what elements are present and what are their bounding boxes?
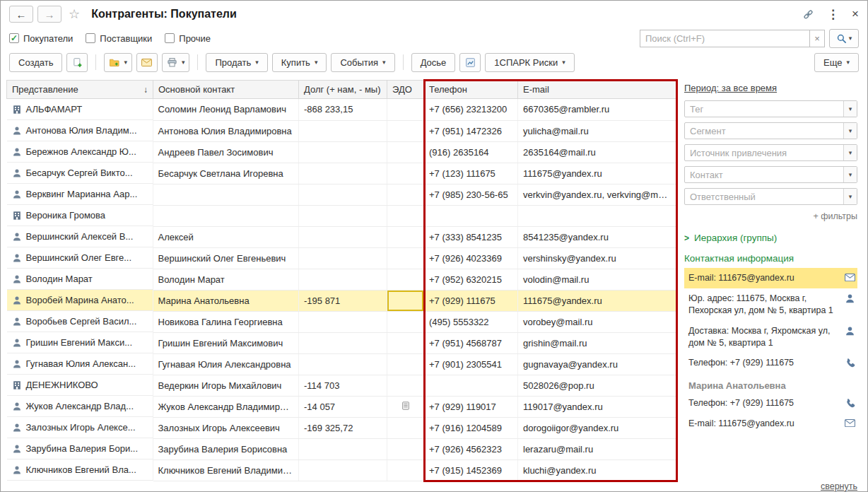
column-header-name[interactable]: Представление ↓ xyxy=(7,81,153,99)
report-button[interactable] xyxy=(459,53,481,72)
cell-phone[interactable]: +7 (929) 111675 xyxy=(424,290,518,311)
cell-phone[interactable]: +7 (951) 1472326 xyxy=(424,120,518,141)
cell-debt[interactable] xyxy=(299,120,387,141)
cell-name[interactable]: Воробьев Сергей Васил... xyxy=(7,311,153,332)
cell-email[interactable]: 119017@yandex.ru xyxy=(518,396,677,417)
cell-email[interactable]: 5028026@pop.ru xyxy=(518,375,677,396)
cell-name[interactable]: Ключников Евгений Вла... xyxy=(7,459,153,481)
cell-edo[interactable] xyxy=(387,290,424,311)
cell-phone[interactable] xyxy=(424,205,518,226)
cell-edo[interactable] xyxy=(387,332,424,353)
cell-name[interactable]: Бесарчук Сергей Викто... xyxy=(7,163,153,184)
cell-phone[interactable]: +7 (656) 23213200 xyxy=(424,99,518,121)
cell-debt[interactable] xyxy=(299,311,387,332)
search-button[interactable]: ▾ xyxy=(829,29,859,48)
cell-email[interactable]: dorogoiigor@yandex.ru xyxy=(518,417,677,438)
cell-debt[interactable] xyxy=(299,269,387,290)
table-row[interactable]: Воробьев Сергей Васил...Новикова Галина … xyxy=(7,311,677,332)
cell-name[interactable]: Вершинский Алексей В... xyxy=(7,226,153,247)
column-header-contact[interactable]: Основной контакт xyxy=(153,81,299,99)
cell-phone[interactable]: +7 (901) 2305541 xyxy=(424,353,518,375)
cell-phone[interactable]: +7 (952) 6320215 xyxy=(424,269,518,290)
cell-contact[interactable]: Марина Анатольевна xyxy=(153,290,299,311)
contact-info-item[interactable]: E-mail: 111675@yandex.ru xyxy=(684,268,857,288)
column-header-edo[interactable]: ЭДО xyxy=(387,81,424,99)
collapse-link[interactable]: свернуть xyxy=(821,481,857,491)
cell-contact[interactable]: Соломин Леонид Варламович xyxy=(153,99,299,121)
cell-contact[interactable]: Алексей xyxy=(153,226,299,247)
cell-edo[interactable] xyxy=(387,438,424,459)
dropdown-arrow-icon[interactable]: ▾ xyxy=(843,145,857,160)
more-filters-link[interactable]: + фильтры xyxy=(684,211,857,221)
table-row[interactable]: Зарубина Валерия Бори...Зарубина Валерия… xyxy=(7,438,677,459)
table-row[interactable]: ДЕНЕЖНИКОВОВедеркин Игорь Михайлович-114… xyxy=(7,375,677,396)
cell-email[interactable]: 2635164@mail.ru xyxy=(518,141,677,163)
send-email-button[interactable] xyxy=(136,53,158,72)
cell-debt[interactable] xyxy=(299,438,387,459)
table-row[interactable]: Верквинг Марианна Аар...+7 (985) 230-56-… xyxy=(7,184,677,205)
cell-phone[interactable]: +7 (926) 4023369 xyxy=(424,247,518,269)
cell-debt[interactable] xyxy=(299,205,387,226)
cell-name[interactable]: Вероника Громова xyxy=(7,205,153,226)
contact-info-item[interactable]: Телефон: +7 (929) 111675 xyxy=(684,393,857,414)
cell-email[interactable]: yulicha@mail.ru xyxy=(518,120,677,141)
table-row[interactable]: Антонова Юлия Владим...Антонова Юлия Вла… xyxy=(7,120,677,141)
cell-phone[interactable]: +7 (123) 111675 xyxy=(424,163,518,184)
cell-contact[interactable]: Жуков Александр Владимирович xyxy=(153,396,299,417)
create-button[interactable]: Создать xyxy=(9,53,62,72)
cell-name[interactable]: Зарубина Валерия Бори... xyxy=(7,438,153,459)
cell-edo[interactable] xyxy=(387,205,424,226)
cell-name[interactable]: Бережнов Александр Ю... xyxy=(7,141,153,163)
cell-email[interactable]: lerazaru@mail.ru xyxy=(518,438,677,459)
cell-name[interactable]: ДЕНЕЖНИКОВО xyxy=(7,375,153,396)
column-header-debt[interactable]: Долг (+ нам, - мы) xyxy=(299,81,387,99)
table-row[interactable]: АЛЬФАМАРТСоломин Леонид Варламович-868 2… xyxy=(7,99,677,121)
forward-button[interactable]: → xyxy=(37,6,61,23)
cell-name[interactable]: Антонова Юлия Владим... xyxy=(7,120,153,141)
contact-info-item[interactable]: Доставка: Москва г, Яхромская ул, дом № … xyxy=(684,321,857,353)
cell-email[interactable]: vorobey@mail.ru xyxy=(518,311,677,332)
dossier-button[interactable]: Досье xyxy=(411,53,456,72)
cell-contact[interactable]: Володин Марат xyxy=(153,269,299,290)
cell-edo[interactable] xyxy=(387,226,424,247)
dropdown-arrow-icon[interactable]: ▾ xyxy=(843,101,857,117)
cell-debt[interactable] xyxy=(299,353,387,375)
table-row[interactable]: Ключников Евгений Вла...Ключников Евгени… xyxy=(7,459,677,481)
cell-email[interactable] xyxy=(518,205,677,226)
cell-contact[interactable]: Антонова Юлия Владимировна xyxy=(153,120,299,141)
filter-input[interactable] xyxy=(685,167,843,182)
cell-contact[interactable]: Залозных Игорь Алексеевич xyxy=(153,417,299,438)
back-button[interactable]: ← xyxy=(9,6,33,23)
events-button[interactable]: События▾ xyxy=(331,53,394,72)
cell-contact[interactable]: Вершинский Олег Евгеньевич xyxy=(153,247,299,269)
close-icon[interactable]: × xyxy=(852,7,859,21)
cell-email[interactable]: grishin@mail.ru xyxy=(518,332,677,353)
table-row[interactable]: Залозных Игорь Алексе...Залозных Игорь А… xyxy=(7,417,677,438)
table-row[interactable]: Бережнов Александр Ю...Андреев Павел Зос… xyxy=(7,141,677,163)
table-row[interactable]: Бесарчук Сергей Викто...Бесарчук Светлан… xyxy=(7,163,677,184)
table-row[interactable]: Гришин Евгений Макси...Гришин Евгений Ма… xyxy=(7,332,677,353)
type-checkbox[interactable]: ✓Покупатели xyxy=(9,33,73,44)
cell-debt[interactable] xyxy=(299,332,387,353)
cell-contact[interactable]: Гугнавая Юлия Александровна xyxy=(153,353,299,375)
cell-phone[interactable]: +7 (951) 4568787 xyxy=(424,332,518,353)
create-group-button[interactable]: ▾ xyxy=(104,53,132,72)
cell-name[interactable]: АЛЬФАМАРТ xyxy=(7,99,153,120)
cell-edo[interactable] xyxy=(387,184,424,205)
cell-email[interactable]: gugnavaya@yandex.ru xyxy=(518,353,677,375)
period-link[interactable]: Период: за все время xyxy=(684,83,777,93)
contact-info-item[interactable]: Юр. адрес: 111675, Москва г, Пехорская у… xyxy=(684,288,857,321)
cell-name[interactable]: Верквинг Марианна Аар... xyxy=(7,184,153,205)
cell-email[interactable]: 111675@yandex.ru xyxy=(518,163,677,184)
cell-name[interactable]: Воробей Марина Анато... xyxy=(7,290,153,311)
table-row[interactable]: Жуков Александр Влад...Жуков Александр В… xyxy=(7,396,677,417)
cell-debt[interactable] xyxy=(299,247,387,269)
contact-info-item[interactable]: Телефон: +7 (929) 111675 xyxy=(684,353,857,373)
cell-name[interactable]: Гришин Евгений Макси... xyxy=(7,332,153,353)
column-header-email[interactable]: E-mail xyxy=(518,81,677,99)
cell-edo[interactable] xyxy=(387,375,424,396)
cell-email[interactable]: vershinsky@yandex.ru xyxy=(518,247,677,269)
cell-contact[interactable]: Новикова Галина Георгиевна xyxy=(153,311,299,332)
table-row[interactable]: Володин МаратВолодин Марат+7 (952) 63202… xyxy=(7,269,677,290)
copy-document-button[interactable] xyxy=(66,53,88,72)
